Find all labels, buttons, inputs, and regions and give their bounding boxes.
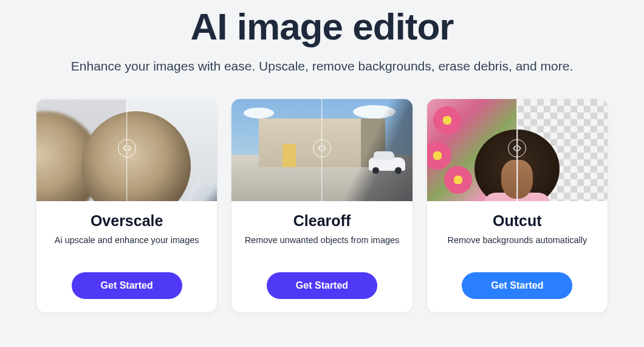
card-outcut-desc: Remove backgrounds automatically — [447, 235, 587, 259]
card-overscale-cta-button[interactable]: Get Started — [72, 272, 182, 299]
card-outcut: Outcut Remove backgrounds automatically … — [427, 99, 608, 312]
card-outcut-image — [427, 99, 608, 201]
card-clearoff-image — [231, 99, 412, 201]
compare-handle-icon[interactable] — [313, 139, 331, 157]
compare-handle-icon[interactable] — [118, 139, 136, 157]
card-overscale-desc: Ai upscale and enhance your images — [55, 235, 199, 259]
card-overscale: Overscale Ai upscale and enhance your im… — [36, 99, 217, 312]
card-clearoff-cta-button[interactable]: Get Started — [267, 272, 377, 299]
compare-handle-icon[interactable] — [508, 139, 526, 157]
card-clearoff: Clearoff Remove unwanted objects from im… — [231, 99, 412, 312]
card-outcut-title: Outcut — [493, 212, 542, 230]
card-overscale-title: Overscale — [91, 212, 163, 230]
card-clearoff-desc: Remove unwanted objects from images — [245, 235, 400, 259]
card-overscale-image — [36, 99, 217, 201]
card-clearoff-title: Clearoff — [293, 212, 351, 230]
card-outcut-cta-button[interactable]: Get Started — [462, 272, 572, 299]
page-title: AI image editor — [36, 5, 608, 48]
feature-cards: Overscale Ai upscale and enhance your im… — [36, 99, 608, 312]
page-subtitle: Enhance your images with ease. Upscale, … — [36, 59, 608, 74]
